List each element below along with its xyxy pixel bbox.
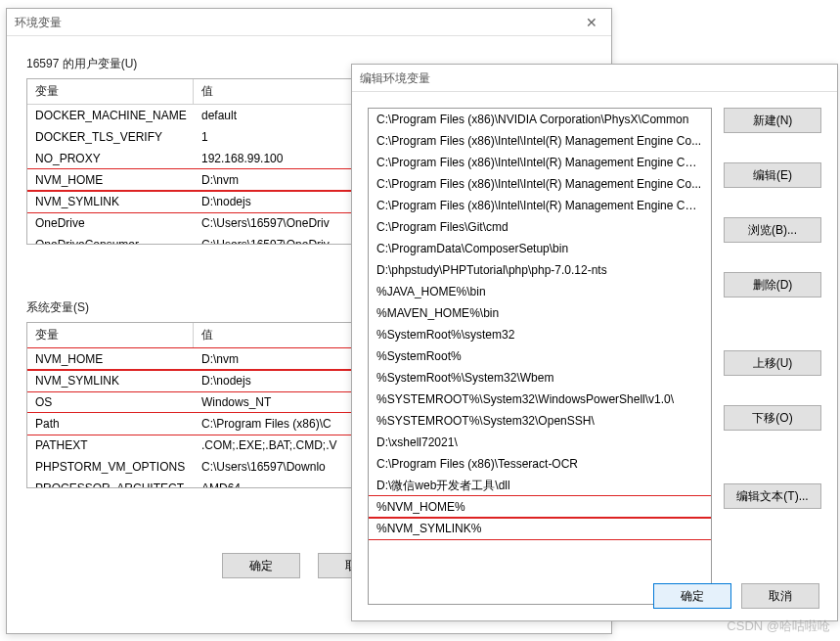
list-item[interactable]: D:\phpstudy\PHPTutorial\php\php-7.0.12-n… [369,259,711,281]
list-item[interactable]: C:\Program Files (x86)\Intel\Intel(R) Ma… [369,152,711,173]
list-item[interactable]: D:\xshell72021\ [369,432,711,453]
var-name: NVM_HOME [27,348,194,370]
var-name: OneDrive [27,212,194,234]
dialog-title: 环境变量 [15,9,62,36]
list-item[interactable]: %SYSTEMROOT%\System32\WindowsPowerShell\… [369,389,711,410]
list-item[interactable]: %MAVEN_HOME%\bin [369,302,711,324]
var-name: PROCESSOR_ARCHITECT... [27,478,194,488]
edittext-button[interactable]: 编辑文本(T)... [724,483,821,509]
list-item[interactable]: C:\Program Files (x86)\Tesseract-OCR [369,453,711,475]
list-item[interactable]: C:\Program Files (x86)\NVIDIA Corporatio… [369,109,711,130]
list-item[interactable]: C:\Program Files (x86)\Intel\Intel(R) Ma… [369,195,711,216]
list-item[interactable]: C:\ProgramData\ComposerSetup\bin [369,238,711,259]
col-variable[interactable]: 变量 [27,79,194,104]
var-name: DOCKER_MACHINE_NAME [27,105,194,126]
list-item[interactable]: C:\Program Files\Git\cmd [369,216,711,238]
edit-env-var-dialog: 编辑环境变量 C:\Program Files (x86)\NVIDIA Cor… [351,64,838,621]
var-name: PATHEXT [27,435,194,456]
list-item[interactable]: %SystemRoot%\System32\Wbem [369,367,711,389]
dialog-title: 编辑环境变量 [360,65,430,92]
var-name: NVM_SYMLINK [27,191,194,212]
new-button[interactable]: 新建(N) [724,108,821,133]
list-item[interactable]: %SYSTEMROOT%\System32\OpenSSH\ [369,410,711,432]
browse-button[interactable]: 浏览(B)... [724,217,821,243]
moveup-button[interactable]: 上移(U) [724,350,821,376]
var-name: NO_PROXY [27,148,194,169]
var-name: NVM_HOME [27,169,194,191]
cancel-button[interactable]: 取消 [741,583,819,609]
var-name: OS [27,391,194,413]
var-name: OneDriveConsumer [27,234,194,245]
list-item[interactable]: D:\微信web开发者工具\dll [369,475,711,496]
titlebar: 编辑环境变量 [352,65,837,92]
movedown-button[interactable]: 下移(O) [724,405,821,431]
var-name: NVM_SYMLINK [27,370,194,391]
path-list[interactable]: C:\Program Files (x86)\NVIDIA Corporatio… [368,108,712,605]
var-name: Path [27,413,194,435]
list-item[interactable]: %NVM_HOME% [369,496,711,518]
ok-button[interactable]: 确定 [222,553,300,578]
list-item[interactable]: C:\Program Files (x86)\Intel\Intel(R) Ma… [369,130,711,152]
list-item[interactable]: %NVM_SYMLINK% [369,518,711,539]
delete-button[interactable]: 删除(D) [724,272,821,298]
col-variable[interactable]: 变量 [27,323,194,347]
var-name: DOCKER_TLS_VERIFY [27,126,194,148]
list-item[interactable]: C:\Program Files (x86)\Intel\Intel(R) Ma… [369,173,711,195]
ok-button[interactable]: 确定 [653,583,731,609]
titlebar: 环境变量 ✕ [7,9,611,36]
close-icon[interactable]: ✕ [580,11,603,34]
edit-button[interactable]: 编辑(E) [724,162,821,188]
list-item[interactable]: %SystemRoot% [369,345,711,367]
list-item[interactable]: %SystemRoot%\system32 [369,324,711,345]
var-name: PHPSTORM_VM_OPTIONS [27,456,194,478]
watermark: CSDN @哈咕啦呛 [727,618,830,635]
list-item[interactable]: %JAVA_HOME%\bin [369,281,711,302]
